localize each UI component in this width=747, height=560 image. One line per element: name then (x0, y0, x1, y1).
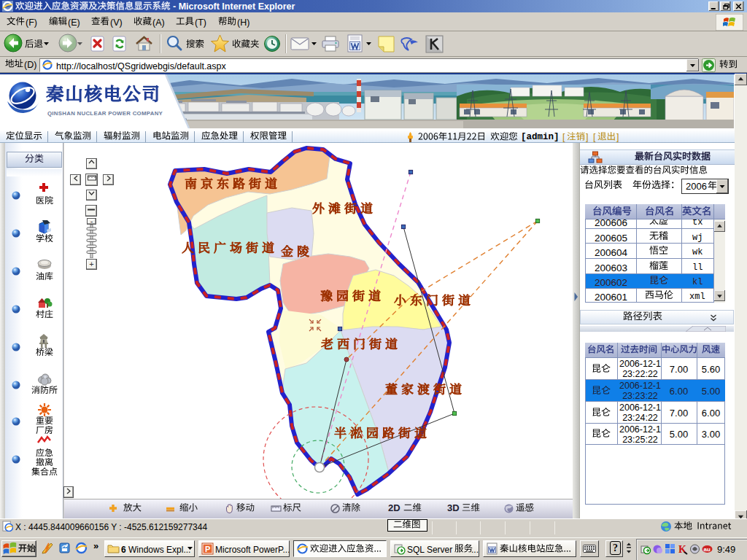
svg-text:au: au (704, 546, 711, 553)
svg-text:3D: 3D (447, 502, 460, 513)
svg-text:P: P (205, 545, 210, 553)
svg-text:2D: 2D (388, 502, 400, 513)
